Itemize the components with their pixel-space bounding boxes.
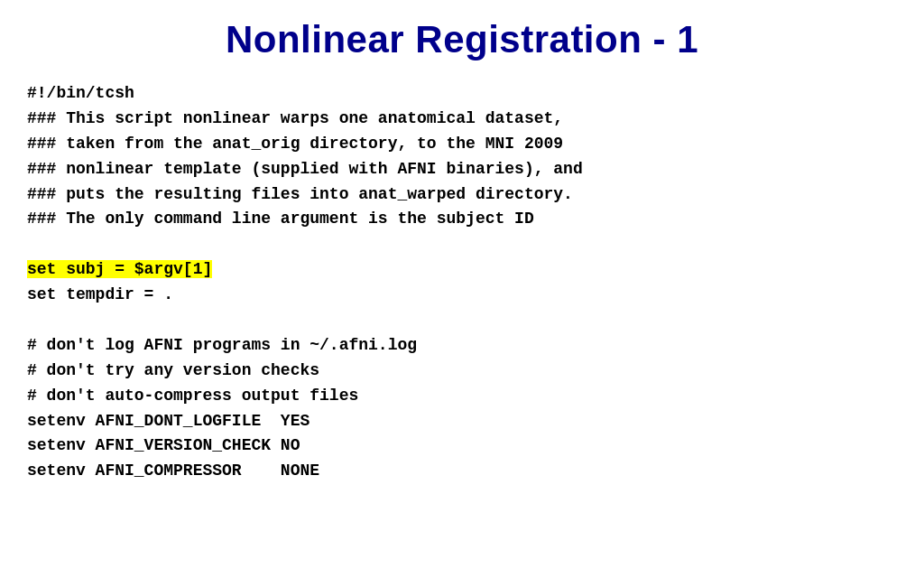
code-line-comment-comp: # don't auto-compress output files [27, 384, 897, 409]
highlight-set-subj: set subj = $argv[1] [27, 260, 212, 278]
code-line-comment-ver: # don't try any version checks [27, 359, 897, 384]
code-block: #!/bin/tcsh ### This script nonlinear wa… [27, 81, 897, 484]
code-line-comment1: ### This script nonlinear warps one anat… [27, 107, 897, 132]
code-line-set-tempdir: set tempdir = . [27, 283, 897, 308]
code-line-comment5: ### The only command line argument is th… [27, 207, 897, 232]
code-line-setenv-ver: setenv AFNI_VERSION_CHECK NO [27, 434, 897, 459]
code-line-setenv-log: setenv AFNI_DONT_LOGFILE YES [27, 409, 897, 434]
page-title: Nonlinear Registration - 1 [27, 18, 897, 61]
code-line-shebang: #!/bin/tcsh [27, 81, 897, 107]
code-line-set-subj: set subj = $argv[1] [27, 257, 897, 283]
page-container: Nonlinear Registration - 1 #!/bin/tcsh #… [0, 0, 924, 578]
code-line-setenv-comp: setenv AFNI_COMPRESSOR NONE [27, 459, 897, 484]
blank-line-2 [27, 308, 897, 333]
code-line-comment4: ### puts the resulting files into anat_w… [27, 182, 897, 208]
code-line-comment3: ### nonlinear template (supplied with AF… [27, 157, 897, 182]
blank-line-1 [27, 232, 897, 257]
code-line-comment2: ### taken from the anat_orig directory, … [27, 132, 897, 157]
code-line-comment-log: # don't log AFNI programs in ~/.afni.log [27, 333, 897, 359]
